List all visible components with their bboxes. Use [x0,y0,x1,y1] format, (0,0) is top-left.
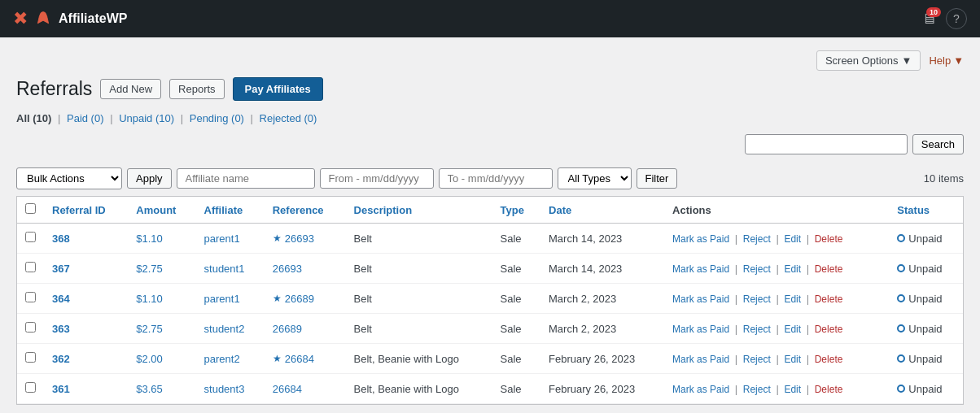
date-from-input[interactable] [320,168,434,189]
affiliate-name-input[interactable] [177,168,315,189]
row-status: Unpaid [889,284,963,314]
row-status: Unpaid [889,254,963,284]
edit-link[interactable]: Edit [784,263,801,275]
delete-link[interactable]: Delete [815,354,843,365]
action-sep-3: | [807,233,812,245]
edit-link[interactable]: Edit [784,293,801,305]
date-to-input[interactable] [439,168,553,189]
mark-as-paid-link[interactable]: Mark as Paid [672,293,729,305]
delete-link[interactable]: Delete [815,293,843,305]
type-select[interactable]: All Types [558,167,632,189]
delete-link[interactable]: Delete [815,233,843,245]
row-date: March 14, 2023 [540,254,664,284]
row-affiliate[interactable]: student2 [196,314,265,344]
col-description[interactable]: Description [346,197,492,224]
action-sep-3: | [807,323,812,335]
tab-paid[interactable]: Paid (0) [67,112,104,124]
pay-affiliates-button[interactable]: Pay Affiliates [233,77,323,101]
reject-link[interactable]: Reject [743,233,771,245]
sep-1: | [58,112,60,124]
delete-link[interactable]: Delete [815,324,843,335]
filter-button[interactable]: Filter [637,168,678,189]
row-checkbox[interactable] [25,382,36,393]
row-actions: Mark as Paid | Reject | Edit | Delete [664,374,889,404]
row-affiliate[interactable]: parent2 [196,344,265,374]
edit-link[interactable]: Edit [784,384,801,395]
search-input[interactable] [745,134,908,154]
toolbar-left: Bulk Actions Apply All Types Filter [16,167,677,189]
search-button[interactable]: Search [912,134,964,154]
row-checkbox[interactable] [25,322,36,333]
reject-link[interactable]: Reject [743,324,771,335]
action-sep-2: | [776,263,781,275]
apply-button[interactable]: Apply [127,168,172,189]
col-type[interactable]: Type [492,197,541,224]
col-referral-id[interactable]: Referral ID [44,197,128,224]
row-affiliate[interactable]: student1 [196,254,265,284]
row-checkbox[interactable] [25,352,36,363]
select-all-checkbox[interactable] [25,203,36,214]
delete-link[interactable]: Delete [815,263,843,275]
add-new-button[interactable]: Add New [100,79,161,99]
mark-as-paid-link[interactable]: Mark as Paid [672,384,729,395]
row-reference[interactable]: 26693 [265,254,346,284]
edit-link[interactable]: Edit [784,233,801,245]
row-description: Belt, Beanie with Logo [346,374,492,404]
edit-link[interactable]: Edit [784,354,801,365]
delete-link[interactable]: Delete [815,384,843,395]
row-reference[interactable]: ★26689 [265,284,346,314]
tab-all[interactable]: All (10) [16,112,51,124]
mark-as-paid-link[interactable]: Mark as Paid [672,263,729,275]
col-reference[interactable]: Reference [265,197,346,224]
row-reference[interactable]: ★26684 [265,344,346,374]
row-checkbox-cell[interactable] [17,374,44,404]
bulk-actions-select[interactable]: Bulk Actions [16,167,122,189]
row-affiliate[interactable]: parent1 [196,284,265,314]
row-affiliate[interactable]: parent1 [196,224,265,254]
col-affiliate[interactable]: Affiliate [196,197,265,224]
sep-3: | [181,112,183,124]
action-sep-3: | [807,353,812,365]
row-checkbox[interactable] [25,292,36,302]
help-circle-button[interactable]: ? [946,8,967,29]
reject-link[interactable]: Reject [743,354,771,365]
top-bar-right: 🖥 10 ? [921,8,967,29]
mark-as-paid-link[interactable]: Mark as Paid [672,324,729,335]
row-checkbox-cell[interactable] [17,224,44,254]
reports-button[interactable]: Reports [169,79,225,99]
action-sep-3: | [807,383,812,395]
status-dot-icon [897,385,905,393]
notifications-button[interactable]: 🖥 10 [921,11,936,28]
edit-link[interactable]: Edit [784,324,801,335]
row-reference[interactable]: 26689 [265,314,346,344]
action-sep-2: | [776,353,781,365]
row-affiliate[interactable]: student3 [196,374,265,404]
row-checkbox-cell[interactable] [17,314,44,344]
row-checkbox[interactable] [25,262,36,272]
row-actions: Mark as Paid | Reject | Edit | Delete [664,224,889,254]
tab-unpaid[interactable]: Unpaid (10) [119,112,174,124]
row-reference[interactable]: ★26693 [265,224,346,254]
mark-as-paid-link[interactable]: Mark as Paid [672,233,729,245]
select-all-header[interactable] [17,197,44,224]
screen-options-button[interactable]: Screen Options ▼ [816,50,921,71]
logo-icon: ✖ [13,8,28,29]
help-button[interactable]: Help ▼ [929,54,964,67]
row-status: Unpaid [889,374,963,404]
reject-link[interactable]: Reject [743,384,771,395]
reject-link[interactable]: Reject [743,263,771,275]
row-checkbox-cell[interactable] [17,284,44,314]
row-checkbox[interactable] [25,232,36,242]
col-date[interactable]: Date [540,197,664,224]
tab-rejected[interactable]: Rejected (0) [260,112,317,124]
row-checkbox-cell[interactable] [17,254,44,284]
reject-link[interactable]: Reject [743,293,771,305]
row-reference[interactable]: 26684 [265,374,346,404]
row-checkbox-cell[interactable] [17,344,44,374]
row-date: February 26, 2023 [540,344,664,374]
col-amount[interactable]: Amount [128,197,195,224]
tab-pending[interactable]: Pending (0) [190,112,244,124]
col-status[interactable]: Status [889,197,963,224]
table-body: 368$1.10parent1★26693BeltSaleMarch 14, 2… [17,224,963,404]
mark-as-paid-link[interactable]: Mark as Paid [672,354,729,365]
